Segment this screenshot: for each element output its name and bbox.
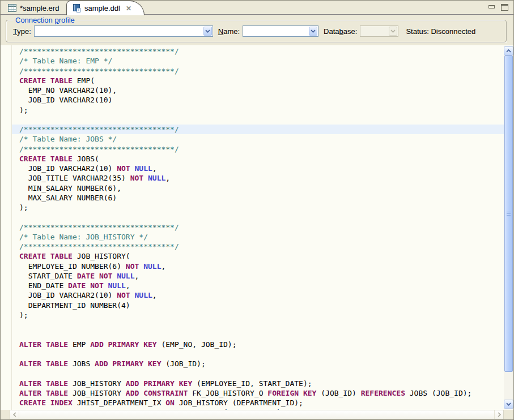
maximize-icon [501,4,508,11]
code-line[interactable]: /* Table Name: JOB_HISTORY */ [12,232,504,242]
code-line[interactable]: ); [12,203,504,212]
code-line[interactable] [12,349,504,359]
connection-status-text: Status: Disconnected [406,27,475,36]
code-line[interactable]: ALTER TABLE EMP ADD PRIMARY KEY (EMP_NO,… [12,340,504,349]
code-line[interactable]: CREATE TABLE JOB_HISTORY( [12,251,504,261]
chevron-left-icon [13,412,16,417]
code-line[interactable]: CREATE TABLE JOBS( [12,154,504,164]
code-line[interactable]: /**********************************/ [12,144,504,154]
code-line[interactable]: EMP_NO VARCHAR2(10), [12,85,504,95]
scrollbar-corner [504,410,513,419]
maximize-view-button[interactable] [501,4,508,11]
code-line[interactable] [12,368,504,378]
scroll-down-button[interactable] [504,400,513,409]
name-combobox-dropdown-button[interactable] [309,27,317,36]
horizontal-scrollbar-row [1,410,504,419]
code-line[interactable] [12,320,504,329]
code-line[interactable]: /**********************************/ [12,66,504,76]
code-lines: /**********************************//* T… [12,46,504,410]
editor-tab-bar: *sample.erd sample.ddl ✕ [1,1,513,15]
code-text-area[interactable]: /**********************************//* T… [11,45,504,410]
code-line[interactable]: DEPARTMENT_ID NUMBER(4) [12,301,504,310]
vertical-scrollbar-thumb[interactable] [504,55,513,372]
vertical-scrollbar[interactable] [504,46,513,409]
code-line[interactable]: CREATE TABLE EMP( [12,76,504,85]
code-line[interactable]: ALTER TABLE JOB_HISTORY ADD CONSTRAINT F… [12,388,504,398]
chevron-down-icon [390,29,396,33]
tab-sample-erd[interactable]: *sample.erd [3,2,66,14]
chevron-down-icon [506,402,511,406]
code-line[interactable]: JOB_TITLE VARCHAR2(35) NOT NULL, [12,173,504,183]
tab-close-icon[interactable]: ✕ [126,5,131,12]
code-line[interactable]: /* Table Name: EMP */ [12,56,504,66]
code-line[interactable] [12,329,504,339]
minimize-view-button[interactable] [488,4,495,8]
tab-sample-ddl[interactable]: sample.ddl ✕ [66,1,145,15]
code-line[interactable]: /* Table Name: JOBS */ [12,134,504,144]
code-line[interactable]: EMPLOYEE_ID NUMBER(6) NOT NULL, [12,262,504,271]
database-label: Database: [324,27,357,36]
code-line[interactable]: ALTER TABLE JOB_HISTORY ADD PRIMARY KEY … [12,379,504,388]
code-line[interactable]: ); [12,105,504,115]
ddl-file-icon [73,4,81,12]
code-line[interactable]: ALTER TABLE JOBS ADD PRIMARY KEY (JOB_ID… [12,359,504,368]
database-combobox-dropdown-button [389,27,397,36]
editor-content: Connection profile Type: Name: [1,15,513,419]
scroll-left-button[interactable] [10,410,19,419]
tab-label-sample-erd: *sample.erd [20,4,59,12]
horizontal-scrollbar[interactable] [10,410,504,419]
type-label: Type: [13,27,31,36]
type-combobox-dropdown-button[interactable] [203,27,212,36]
code-line[interactable]: /**********************************/ [12,242,504,251]
chevron-down-icon [311,29,316,33]
code-line[interactable]: JOB_ID VARCHAR2(10) [12,95,504,105]
chevron-up-icon [506,49,511,53]
connection-profile-title: Connection profile [13,16,77,24]
code-line[interactable]: END_DATE DATE NOT NULL, [12,281,504,290]
code-line[interactable]: JOB_ID VARCHAR2(10) NOT NULL, [12,164,504,173]
code-line[interactable] [12,212,504,222]
database-combobox [360,25,398,37]
code-line[interactable]: ); [12,310,504,320]
code-line[interactable] [12,115,504,125]
code-line[interactable]: START_DATE DATE NOT NULL, [12,271,504,281]
scroll-right-button[interactable] [494,410,503,419]
name-combobox[interactable] [243,25,318,37]
table-icon [8,4,16,12]
code-line[interactable]: /**********************************/ [12,46,504,56]
chevron-right-icon [498,412,501,417]
code-line[interactable]: /**********************************/ [12,125,504,134]
editor-view-window: *sample.erd sample.ddl ✕ [0,0,514,420]
scroll-up-button[interactable] [504,46,513,55]
chevron-down-icon [205,29,210,33]
code-line[interactable]: /**********************************/ [12,222,504,232]
minimize-icon [488,5,495,8]
code-line[interactable]: MIN_SALARY NUMBER(6), [12,183,504,193]
tab-label-sample-ddl: sample.ddl [84,4,120,12]
type-combobox[interactable] [34,25,213,37]
connection-profile-strip: Connection profile Type: Name: [1,15,513,45]
connection-profile-group: Connection profile Type: Name: [6,20,507,42]
code-line[interactable]: JOB_ID VARCHAR2(10) NOT NULL, [12,290,504,300]
code-line[interactable]: CREATE INDEX JHIST_DEPARTMENT_IX ON JOB_… [12,398,504,408]
code-line[interactable]: MAX_SALARY NUMBER(6) [12,193,504,203]
sql-editor: /**********************************//* T… [1,45,513,419]
name-label: Name: [218,27,240,36]
